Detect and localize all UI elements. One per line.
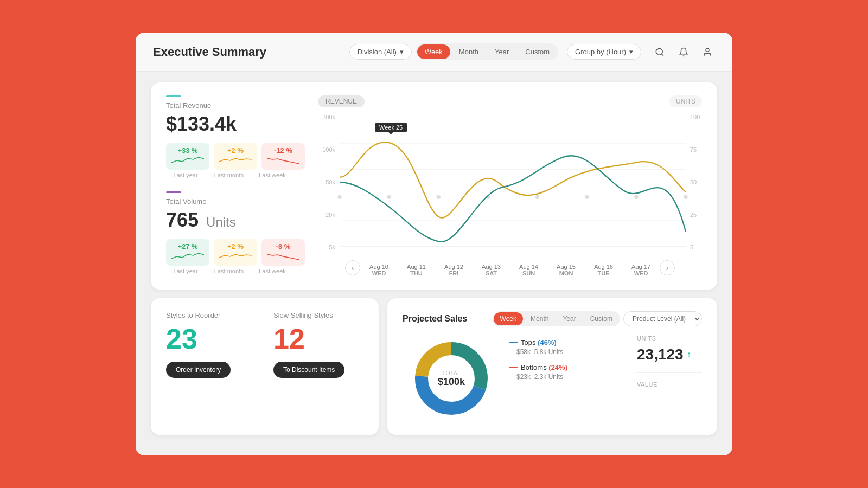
revenue-last-month-label: +2 % bbox=[219, 146, 252, 155]
main-content: Total Revenue $133.4k +33 % +2 % -12 % bbox=[136, 72, 732, 446]
search-icon[interactable] bbox=[652, 44, 667, 60]
divider bbox=[637, 372, 702, 373]
bottom-row: Styles to Reorder 23 Order Inventory Slo… bbox=[151, 298, 717, 435]
svg-point-10 bbox=[437, 195, 441, 199]
division-dropdown[interactable]: Division (All) ▾ bbox=[349, 44, 412, 60]
user-icon[interactable] bbox=[700, 44, 715, 60]
yr-label-0: 100 bbox=[690, 114, 702, 120]
tab-month[interactable]: Month bbox=[451, 44, 486, 59]
tops-value: $58k 5.8k Units bbox=[509, 348, 628, 356]
proj-tab-month[interactable]: Month bbox=[524, 312, 555, 325]
chart-x-labels: Aug 10 WED Aug 11 THU Aug 12 FRI Aug 1 bbox=[360, 259, 660, 277]
projected-controls: Week Month Year Custom Product Level (Al… bbox=[493, 311, 702, 326]
revenue-value: $133.4k bbox=[166, 113, 305, 136]
page-title: Executive Summary bbox=[153, 45, 266, 59]
week-tooltip: Week 25 bbox=[375, 123, 407, 132]
svg-point-14 bbox=[634, 195, 638, 199]
volume-stat-labels: Last year Last month Last week bbox=[166, 268, 305, 274]
units-pill: UNITS bbox=[669, 95, 702, 107]
revenue-card: Total Revenue $133.4k +33 % +2 % -12 % bbox=[151, 82, 717, 290]
x-label-4: Aug 14 SUN bbox=[519, 264, 538, 277]
group-dropdown-arrow-icon: ▾ bbox=[629, 48, 633, 56]
volume-label: Total Volume bbox=[166, 197, 305, 206]
revenue-pill: REVENUE bbox=[318, 95, 365, 107]
svg-point-1 bbox=[706, 48, 709, 52]
proj-tab-custom[interactable]: Custom bbox=[584, 312, 619, 325]
app-container: Executive Summary Division (All) ▾ Week … bbox=[136, 33, 732, 455]
svg-point-12 bbox=[535, 195, 539, 199]
revenue-last-week-label: -12 % bbox=[267, 146, 299, 155]
tooltip-line bbox=[391, 133, 391, 242]
header: Executive Summary Division (All) ▾ Week … bbox=[136, 33, 732, 72]
yr-label-2: 50 bbox=[690, 179, 702, 185]
y-label-4: 5k bbox=[318, 244, 335, 251]
projected-title: Projected Sales bbox=[403, 314, 467, 324]
proj-tab-year[interactable]: Year bbox=[556, 312, 582, 325]
svg-point-8 bbox=[337, 195, 341, 199]
group-by-label: Group by (Hour) bbox=[575, 48, 626, 56]
yr-label-4: 5 bbox=[690, 244, 702, 251]
donut-center: TOTAL $100k bbox=[438, 370, 465, 388]
bell-icon[interactable] bbox=[676, 44, 691, 60]
header-controls: Division (All) ▾ Week Month Year Custom … bbox=[349, 43, 715, 60]
x-label-3: Aug 13 SAT bbox=[482, 264, 501, 277]
revenue-last-year-label: +33 % bbox=[171, 146, 204, 155]
revenue-last-year-badge: +33 % bbox=[166, 143, 209, 170]
slow-styles-label: Slow Selling Styles bbox=[273, 311, 363, 319]
revenue-label: Total Revenue bbox=[166, 101, 305, 110]
svg-point-15 bbox=[684, 195, 687, 199]
styles-reorder-value: 23 bbox=[166, 325, 256, 353]
reorder-inner: Styles to Reorder 23 Order Inventory Slo… bbox=[166, 311, 363, 378]
division-label: Division (All) bbox=[358, 48, 397, 56]
order-inventory-button[interactable]: Order Inventory bbox=[166, 362, 231, 378]
projected-content: TOTAL $100k — Tops (46%) $58k 5.8k Units bbox=[403, 335, 702, 422]
bottoms-value: $23k 2.3k Units bbox=[509, 373, 628, 381]
x-label-6: Aug 16 TUE bbox=[594, 264, 613, 277]
tab-week[interactable]: Week bbox=[417, 44, 450, 59]
projected-period-tabs: Week Month Year Custom bbox=[493, 311, 620, 326]
styles-reorder-section: Styles to Reorder 23 Order Inventory bbox=[166, 311, 256, 378]
volume-last-month-label: +2 % bbox=[219, 242, 252, 251]
revenue-last-week-badge: -12 % bbox=[261, 143, 305, 170]
svg-point-0 bbox=[656, 48, 662, 55]
week-tooltip-wrapper: Week 25 bbox=[389, 128, 393, 242]
legend-tops: — Tops (46%) $58k 5.8k Units bbox=[509, 337, 628, 356]
units-right-label: UNITS bbox=[637, 335, 702, 342]
y-label-0: 200k bbox=[318, 114, 335, 120]
chart-next-btn[interactable]: › bbox=[660, 260, 675, 275]
discount-items-button[interactable]: To Discount Items bbox=[273, 362, 344, 378]
revenue-stat-labels: Last year Last month Last week bbox=[166, 172, 305, 178]
projected-header: Projected Sales Week Month Year Custom P… bbox=[403, 311, 702, 326]
tops-name: — Tops (46%) bbox=[509, 337, 628, 347]
y-label-2: 50k bbox=[318, 179, 335, 185]
tab-custom[interactable]: Custom bbox=[518, 44, 557, 59]
trend-up-icon: ↑ bbox=[687, 350, 691, 359]
chart-prev-btn[interactable]: ‹ bbox=[345, 260, 360, 275]
slow-styles-section: Slow Selling Styles 12 To Discount Items bbox=[273, 311, 363, 378]
x-label-7: Aug 17 WED bbox=[631, 264, 650, 277]
group-by-dropdown[interactable]: Group by (Hour) ▾ bbox=[567, 44, 641, 60]
projected-right-stats: UNITS 23,123 ↑ VALUE bbox=[637, 335, 702, 422]
proj-tab-week[interactable]: Week bbox=[494, 312, 523, 325]
y-label-3: 20k bbox=[318, 211, 335, 218]
period-tabs: Week Month Year Custom bbox=[416, 43, 558, 60]
vol-lw-label: Last week bbox=[253, 268, 292, 274]
donut-total-value: $100k bbox=[438, 376, 465, 388]
volume-last-week-badge: -8 % bbox=[261, 239, 305, 266]
rev-ly-label: Last year bbox=[166, 172, 205, 178]
projected-card: Projected Sales Week Month Year Custom P… bbox=[387, 298, 717, 435]
slow-styles-value: 12 bbox=[273, 325, 363, 353]
y-label-1: 100k bbox=[318, 146, 335, 153]
donut-total-label: TOTAL bbox=[438, 370, 465, 376]
yr-label-3: 25 bbox=[690, 211, 702, 218]
reorder-card: Styles to Reorder 23 Order Inventory Slo… bbox=[151, 298, 379, 435]
rev-lw-label: Last week bbox=[253, 172, 292, 178]
x-label-1: Aug 11 THU bbox=[407, 264, 426, 277]
volume-last-month-badge: +2 % bbox=[214, 239, 257, 266]
tab-year[interactable]: Year bbox=[487, 44, 516, 59]
product-level-dropdown[interactable]: Product Level (All) bbox=[623, 311, 702, 326]
vol-lm-label: Last month bbox=[209, 268, 248, 274]
donut-chart: TOTAL $100k bbox=[403, 335, 500, 422]
rev-lm-label: Last month bbox=[209, 172, 248, 178]
volume-last-year-badge: +27 % bbox=[166, 239, 209, 266]
